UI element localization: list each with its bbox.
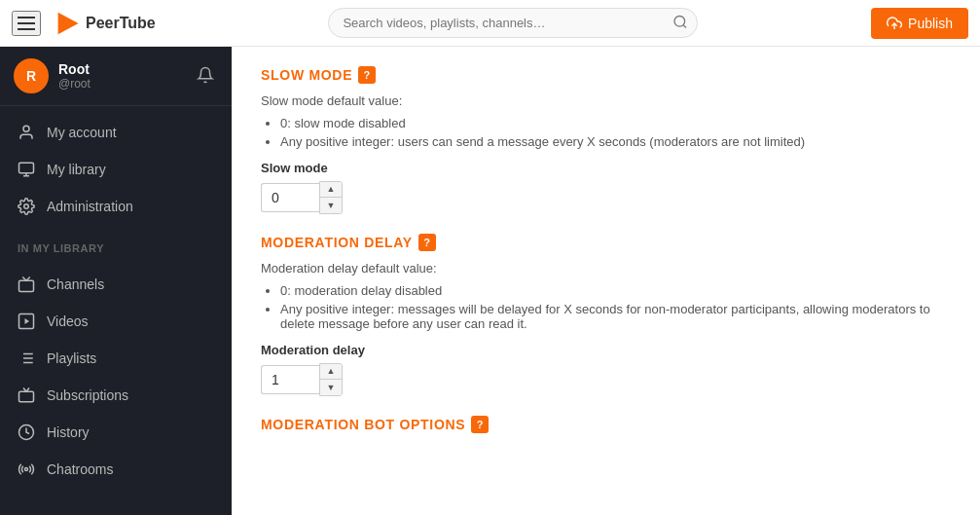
sidebar-item-administration[interactable]: Administration: [0, 188, 232, 225]
svg-rect-18: [19, 391, 34, 402]
moderation-delay-section-header: MODERATION DELAY ?: [261, 234, 951, 251]
play-icon: [18, 313, 35, 330]
list-item: Any positive integer: users can send a m…: [280, 134, 951, 149]
svg-point-4: [23, 126, 29, 131]
slow-mode-bullet-list: 0: slow mode disabled Any positive integ…: [261, 116, 951, 149]
svg-rect-5: [19, 163, 34, 173]
top-nav: My account My library Administration: [0, 106, 232, 233]
notifications-button[interactable]: [193, 62, 218, 91]
user-section: R Root @root: [0, 47, 232, 106]
moderation-bot-section-header: MODERATION BOT OPTIONS ?: [261, 416, 951, 433]
moderation-delay-input[interactable]: [261, 365, 319, 394]
publish-button[interactable]: Publish: [871, 8, 968, 39]
clock-icon: [18, 423, 35, 441]
sidebar-item-label: Playlists: [47, 350, 96, 366]
slow-mode-spinner: ▲ ▼: [319, 181, 343, 214]
user-handle: @root: [58, 77, 183, 91]
list-item: 0: moderation delay disabled: [280, 283, 951, 298]
svg-point-1: [674, 16, 685, 26]
monitor-icon: [18, 161, 35, 178]
navbar: PeerTube Publish: [0, 0, 980, 47]
moderation-delay-desc: Moderation delay default value:: [261, 261, 951, 276]
moderation-delay-decrement-button[interactable]: ▼: [320, 380, 342, 395]
list-item: Any positive integer: messages will be d…: [280, 302, 951, 331]
moderation-bot-help-badge[interactable]: ?: [471, 416, 489, 433]
svg-point-8: [24, 204, 29, 209]
moderation-delay-increment-button[interactable]: ▲: [320, 364, 342, 380]
sidebar-item-history[interactable]: History: [0, 414, 232, 451]
library-nav: Channels Videos Playlists: [0, 258, 232, 496]
moderation-delay-field-group: Moderation delay ▲ ▼: [261, 343, 951, 396]
menu-toggle-button[interactable]: [12, 11, 41, 36]
svg-rect-9: [19, 280, 34, 291]
slow-mode-field-group: Slow mode ▲ ▼: [261, 161, 951, 214]
sidebar: R Root @root My account: [0, 47, 232, 515]
moderation-delay-spinner: ▲ ▼: [319, 363, 343, 396]
user-info: Root @root: [58, 61, 183, 91]
radio-icon: [18, 460, 35, 478]
list-item: 0: slow mode disabled: [280, 116, 951, 130]
sidebar-item-label: My account: [47, 125, 117, 140]
main-content: SLOW MODE ? Slow mode default value: 0: …: [232, 47, 980, 515]
moderation-delay-bullet-list: 0: moderation delay disabled Any positiv…: [261, 283, 951, 331]
sidebar-item-label: History: [47, 424, 90, 440]
slow-mode-decrement-button[interactable]: ▼: [320, 198, 342, 213]
slow-mode-input-wrap: ▲ ▼: [261, 181, 951, 214]
logo-text: PeerTube: [86, 15, 156, 32]
slow-mode-help-badge[interactable]: ?: [358, 66, 376, 84]
search-input[interactable]: [328, 8, 698, 38]
svg-marker-11: [25, 318, 30, 324]
sidebar-item-label: Channels: [47, 276, 104, 292]
sidebar-item-label: Chatrooms: [47, 461, 113, 477]
moderation-delay-help-badge[interactable]: ?: [418, 234, 436, 251]
sidebar-item-chatrooms[interactable]: Chatrooms: [0, 451, 232, 488]
upload-icon: [887, 16, 902, 31]
sidebar-item-subscriptions[interactable]: Subscriptions: [0, 377, 232, 414]
peertube-logo-icon: [53, 10, 80, 37]
slow-mode-increment-button[interactable]: ▲: [320, 182, 342, 198]
slow-mode-section-header: SLOW MODE ?: [261, 66, 951, 84]
sidebar-item-label: My library: [47, 162, 106, 177]
sidebar-item-my-account[interactable]: My account: [0, 114, 232, 151]
moderation-delay-input-wrap: ▲ ▼: [261, 363, 951, 396]
slow-mode-desc: Slow mode default value:: [261, 93, 951, 108]
avatar: R: [14, 58, 49, 93]
sub-icon: [18, 386, 35, 404]
moderation-delay-field-label: Moderation delay: [261, 343, 951, 357]
svg-marker-0: [58, 12, 79, 33]
sidebar-item-videos[interactable]: Videos: [0, 303, 232, 340]
sidebar-item-playlists[interactable]: Playlists: [0, 340, 232, 377]
search-button[interactable]: [672, 14, 688, 32]
sidebar-item-my-library[interactable]: My library: [0, 151, 232, 188]
user-name: Root: [58, 61, 183, 77]
sidebar-item-label: Administration: [47, 199, 133, 214]
sidebar-item-label: Videos: [47, 313, 89, 329]
sidebar-item-channels[interactable]: Channels: [0, 266, 232, 303]
tv-icon: [18, 276, 35, 293]
slow-mode-input[interactable]: [261, 183, 319, 212]
bell-icon: [197, 66, 214, 84]
search-icon: [672, 14, 688, 29]
library-section-label: IN MY LIBRARY: [0, 233, 232, 258]
list-icon: [18, 349, 35, 367]
sidebar-item-label: Subscriptions: [47, 387, 128, 403]
person-icon: [18, 124, 35, 141]
slow-mode-field-label: Slow mode: [261, 161, 951, 175]
logo-link[interactable]: PeerTube: [53, 10, 156, 37]
search-bar: [156, 8, 871, 38]
svg-point-20: [25, 468, 28, 471]
svg-line-2: [684, 24, 687, 27]
gear-icon: [18, 198, 35, 215]
